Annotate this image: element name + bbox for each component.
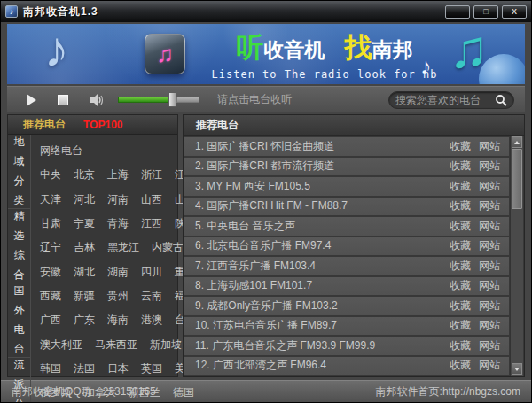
scroll-track[interactable] bbox=[511, 209, 523, 362]
region-link[interactable]: 贵州 bbox=[107, 289, 129, 304]
region-link[interactable]: 广西 bbox=[40, 313, 61, 328]
station-row-links: 收藏网站 bbox=[450, 278, 500, 293]
region-link[interactable]: 辽宁 bbox=[40, 240, 61, 255]
website-link[interactable]: 网站 bbox=[479, 238, 500, 253]
region-link[interactable]: 内蒙古 bbox=[152, 240, 184, 255]
region-link[interactable]: 新疆 bbox=[74, 289, 95, 304]
station-row[interactable]: 9. 成都Only音乐广播 FM103.2收藏网站 bbox=[184, 297, 509, 315]
region-link[interactable]: 广东 bbox=[74, 313, 95, 328]
region-link[interactable]: 河南 bbox=[107, 192, 129, 207]
tab-recommended[interactable]: 推荐电台 bbox=[23, 117, 66, 132]
volume-handle[interactable] bbox=[168, 92, 176, 107]
search-box[interactable] bbox=[388, 91, 514, 109]
region-link[interactable]: 上海 bbox=[107, 167, 129, 182]
favorite-link[interactable]: 收藏 bbox=[450, 318, 471, 333]
region-link[interactable]: 马来西亚 bbox=[95, 337, 137, 353]
website-link[interactable]: 网站 bbox=[479, 259, 500, 274]
region-link[interactable]: 西藏 bbox=[40, 289, 61, 304]
region-link[interactable]: 北京 bbox=[74, 167, 95, 182]
minimize-button[interactable]: — bbox=[445, 5, 470, 19]
station-row[interactable]: 7. 江西音乐广播 FM103.4收藏网站 bbox=[184, 257, 509, 275]
favorite-link[interactable]: 收藏 bbox=[450, 198, 471, 213]
website-link[interactable]: 网站 bbox=[479, 179, 500, 194]
station-row[interactable]: 11. 广东电台音乐之声 FM93.9 FM99.9收藏网站 bbox=[184, 337, 509, 355]
favorite-link[interactable]: 收藏 bbox=[450, 238, 471, 253]
website-link[interactable]: 网站 bbox=[479, 358, 500, 373]
region-link[interactable]: 吉林 bbox=[74, 240, 95, 255]
music-note-left-icon: ♪ bbox=[44, 24, 69, 78]
homepage-link[interactable]: 南邦软件首页:http://nbgzs.com bbox=[376, 384, 520, 399]
website-link[interactable]: 网站 bbox=[479, 278, 500, 293]
region-link[interactable]: 天津 bbox=[40, 192, 61, 207]
scroll-up-button[interactable] bbox=[512, 136, 522, 148]
website-link[interactable]: 网站 bbox=[479, 298, 500, 314]
favorite-link[interactable]: 收藏 bbox=[450, 298, 471, 314]
region-link[interactable]: 新加坡 bbox=[150, 337, 182, 353]
region-link[interactable]: 韩国 bbox=[40, 361, 61, 376]
region-link[interactable]: 中央 bbox=[40, 167, 61, 182]
favorite-link[interactable]: 收藏 bbox=[450, 338, 471, 353]
favorite-link[interactable]: 收藏 bbox=[450, 159, 471, 174]
favorite-link[interactable]: 收藏 bbox=[450, 278, 471, 293]
category-item-1[interactable]: 精选综合 bbox=[8, 209, 30, 283]
station-row[interactable]: 10. 江苏电台音乐广播 FM89.7收藏网站 bbox=[184, 317, 509, 336]
website-link[interactable]: 网站 bbox=[479, 219, 500, 234]
region-link[interactable]: 港澳 bbox=[141, 313, 162, 328]
search-icon[interactable] bbox=[495, 94, 507, 106]
region-link[interactable]: 海南 bbox=[107, 313, 129, 328]
category-item-0[interactable]: 地域分类 bbox=[8, 135, 30, 209]
station-row[interactable]: 8. 上海动感101 FM101.7收藏网站 bbox=[184, 277, 509, 296]
scroll-thumb[interactable] bbox=[512, 149, 522, 209]
region-link[interactable]: 湖北 bbox=[74, 265, 95, 280]
region-link[interactable]: 浙江 bbox=[141, 167, 162, 182]
region-link[interactable]: 甘肃 bbox=[40, 216, 61, 231]
region-link[interactable]: 法国 bbox=[74, 361, 95, 376]
volume-slider[interactable] bbox=[118, 92, 200, 107]
scrollbar[interactable] bbox=[510, 136, 523, 376]
favorite-link[interactable]: 收藏 bbox=[450, 219, 471, 234]
favorite-link[interactable]: 收藏 bbox=[450, 139, 471, 154]
station-row[interactable]: 2. 国际广播CRI 都市流行频道收藏网站 bbox=[184, 158, 509, 176]
region-link[interactable]: 澳大利亚 bbox=[40, 337, 82, 353]
volume-icon[interactable] bbox=[90, 93, 106, 107]
station-row[interactable]: 5. 中央电台 音乐之声收藏网站 bbox=[184, 217, 509, 236]
region-link[interactable]: 云南 bbox=[141, 289, 162, 304]
region-link[interactable]: 河北 bbox=[74, 192, 95, 207]
station-row[interactable]: 3. MY FM 西安 FM105.5收藏网站 bbox=[184, 177, 509, 196]
website-link[interactable]: 网站 bbox=[479, 159, 500, 174]
station-row[interactable]: 12. 广西北部湾之声 FM96.4收藏网站 bbox=[184, 357, 509, 376]
region-link[interactable]: 山西 bbox=[141, 192, 162, 207]
region-link[interactable]: 德国 bbox=[173, 385, 194, 400]
play-button[interactable] bbox=[27, 94, 36, 106]
region-link[interactable]: 黑龙江 bbox=[107, 240, 139, 255]
region-row: 西藏新疆贵州云南福建 bbox=[40, 284, 196, 308]
station-row[interactable]: 1. 国际广播CRI 怀旧金曲频道收藏网站 bbox=[184, 137, 509, 156]
station-row[interactable]: 4. 国际广播CRI Hit FM - FM88.7收藏网站 bbox=[184, 198, 509, 216]
close-button[interactable]: X bbox=[502, 5, 527, 19]
region-link[interactable]: 四川 bbox=[141, 265, 162, 280]
app-icon: ♪ bbox=[5, 5, 18, 18]
search-input[interactable] bbox=[395, 94, 495, 106]
website-link[interactable]: 网站 bbox=[479, 318, 500, 333]
website-link[interactable]: 网站 bbox=[479, 139, 500, 154]
favorite-link[interactable]: 收藏 bbox=[450, 179, 471, 194]
favorite-link[interactable]: 收藏 bbox=[450, 259, 471, 274]
region-link[interactable]: 湖南 bbox=[107, 265, 129, 280]
category-item-2[interactable]: 国外电台 bbox=[8, 283, 30, 358]
station-row[interactable]: 6. 北京电台音乐广播 FM97.4收藏网站 bbox=[184, 237, 509, 256]
region-link[interactable]: 网络电台 bbox=[40, 143, 82, 159]
region-link[interactable]: 青海 bbox=[107, 216, 129, 231]
stop-button[interactable] bbox=[58, 95, 68, 105]
region-link[interactable]: 安徽 bbox=[40, 265, 61, 280]
website-link[interactable]: 网站 bbox=[479, 338, 500, 353]
website-link[interactable]: 网站 bbox=[479, 198, 500, 213]
region-link[interactable]: 宁夏 bbox=[74, 216, 95, 231]
tab-top100[interactable]: TOP100 bbox=[83, 119, 122, 131]
region-link[interactable]: 英国 bbox=[141, 361, 162, 376]
category-sidebar: 地域分类精选综合国外电台流派分类 bbox=[8, 135, 31, 403]
scroll-down-button[interactable] bbox=[512, 363, 522, 375]
maximize-button[interactable]: □ bbox=[473, 5, 498, 19]
region-link[interactable]: 江西 bbox=[141, 216, 162, 231]
favorite-link[interactable]: 收藏 bbox=[450, 358, 471, 373]
region-link[interactable]: 日本 bbox=[107, 361, 129, 376]
